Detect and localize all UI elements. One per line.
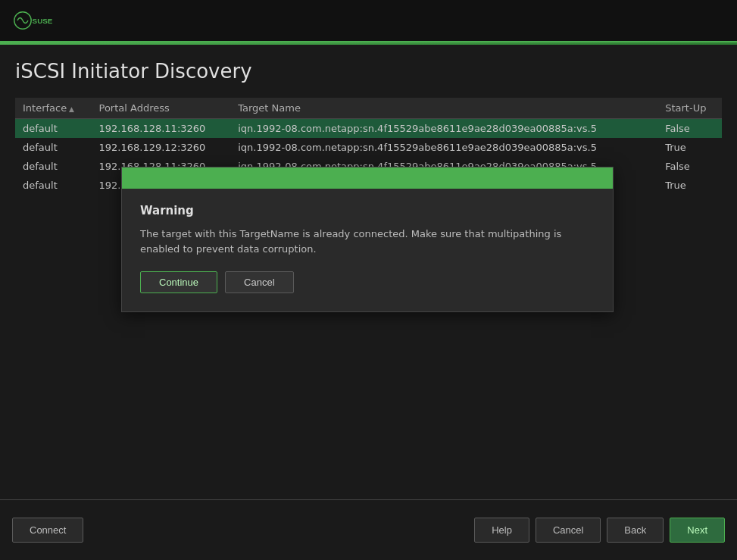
warning-body: Warning The target with this TargetName … <box>122 189 613 311</box>
continue-button[interactable]: Continue <box>140 271 217 293</box>
warning-overlay: Warning The target with this TargetName … <box>0 0 737 560</box>
warning-text: The target with this TargetName is alrea… <box>140 227 595 256</box>
warning-dialog: Warning The target with this TargetName … <box>121 167 614 312</box>
warning-title-bar <box>122 167 613 189</box>
warning-buttons: Continue Cancel <box>140 271 595 293</box>
warning-heading: Warning <box>140 204 595 217</box>
dialog-cancel-button[interactable]: Cancel <box>225 271 293 293</box>
